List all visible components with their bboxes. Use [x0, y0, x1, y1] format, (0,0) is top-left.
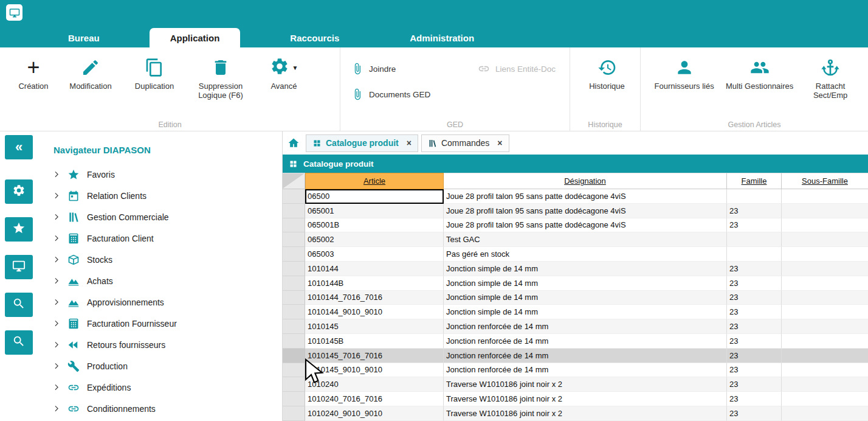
home-button[interactable]: [288, 137, 300, 149]
rattacht-sect-emp-button[interactable]: Rattacht Sect/Emp: [800, 55, 861, 100]
sidebar-item-favoris[interactable]: Favoris: [38, 164, 282, 185]
cell-article[interactable]: 065001B: [305, 218, 444, 233]
cell-designation[interactable]: Traverse W1010186 joint noir x 2: [444, 377, 727, 392]
cell-article[interactable]: 1010145B: [305, 334, 444, 349]
sidebar-item-stocks[interactable]: Stocks: [38, 249, 282, 270]
cell-designation[interactable]: Traverse W1010186 joint noir x 2: [444, 406, 727, 421]
cell-designation[interactable]: Jonction simple de 14 mm: [444, 291, 727, 305]
row-selector-cell[interactable]: [283, 276, 305, 291]
rail-desktop-button[interactable]: [5, 255, 33, 279]
cell-article[interactable]: 1010144_7016_7016: [305, 291, 444, 305]
row-selector-cell[interactable]: [283, 363, 305, 378]
cell-famille[interactable]: [727, 189, 782, 204]
column-header-article[interactable]: Article: [305, 173, 444, 189]
cell-famille[interactable]: 23: [727, 291, 782, 305]
cell-article[interactable]: 1010145_7016_7016: [305, 349, 444, 363]
cell-famille[interactable]: 23: [727, 334, 782, 349]
row-selector-cell[interactable]: [283, 247, 305, 262]
sidebar-item-retours-fournisseurs[interactable]: Retours fournisseurs: [38, 334, 282, 355]
row-selector-cell[interactable]: [283, 291, 305, 305]
cell-sous-famille[interactable]: [782, 392, 868, 406]
cell-designation[interactable]: Jonction renforcée de 14 mm: [444, 349, 727, 363]
cell-designation[interactable]: Test GAC: [444, 232, 727, 247]
cell-famille[interactable]: 23: [727, 276, 782, 291]
cell-designation[interactable]: Jonction simple de 14 mm: [444, 262, 727, 276]
cell-famille[interactable]: 23: [727, 319, 782, 334]
cell-designation[interactable]: Joue 28 profil talon 95 sans patte dodéc…: [444, 189, 727, 204]
cell-article[interactable]: 065001: [305, 204, 444, 218]
suppression-logique-button[interactable]: Suppression Logique (F6): [186, 55, 255, 100]
cell-famille[interactable]: 23: [727, 218, 782, 233]
column-header-famille[interactable]: Famille: [727, 173, 782, 189]
chevron-right-icon[interactable]: [52, 361, 63, 371]
chevron-right-icon[interactable]: [52, 404, 63, 413]
cell-sous-famille[interactable]: [782, 189, 868, 204]
sidebar-item-gestion-commerciale[interactable]: Gestion Commerciale: [38, 206, 282, 228]
chevron-right-icon[interactable]: [52, 383, 63, 392]
tab-commandes[interactable]: Commandes ×: [421, 134, 509, 152]
sidebar-item-conditionnements[interactable]: Conditionnements: [38, 398, 282, 419]
sidebar-item-production[interactable]: Production: [38, 355, 282, 377]
ribbon-tab-bureau[interactable]: Bureau: [47, 28, 120, 47]
close-icon[interactable]: ×: [407, 139, 412, 147]
duplication-button[interactable]: Duplication: [125, 55, 184, 91]
ribbon-tab-application[interactable]: Application: [150, 28, 241, 47]
cell-famille[interactable]: [727, 232, 782, 247]
cell-designation[interactable]: Traverse W1010186 joint noir x 2: [444, 392, 727, 406]
cell-famille[interactable]: 23: [727, 349, 782, 363]
cell-article[interactable]: 1010145: [305, 319, 444, 334]
cell-article[interactable]: 1010240_7016_7016: [305, 392, 444, 406]
cell-designation[interactable]: Pas géré en stock: [444, 247, 727, 262]
creation-button[interactable]: + Création: [11, 55, 56, 91]
ribbon-tab-raccourcis[interactable]: Raccourcis: [269, 28, 360, 47]
chevron-right-icon[interactable]: [52, 170, 63, 179]
cell-sous-famille[interactable]: [782, 377, 868, 392]
multi-gestionnaires-button[interactable]: Multi Gestionnaires: [722, 55, 797, 91]
rail-favorites-button[interactable]: [5, 217, 33, 242]
row-selector-cell[interactable]: [283, 305, 305, 319]
chevron-right-icon[interactable]: [52, 234, 63, 243]
cell-article[interactable]: 1010144_9010_9010: [305, 305, 444, 319]
ribbon-tab-administration[interactable]: Administration: [389, 28, 495, 47]
cell-article[interactable]: 1010144: [305, 262, 444, 276]
cell-famille[interactable]: [727, 247, 782, 262]
cell-article[interactable]: 1010240: [305, 377, 444, 392]
cell-designation[interactable]: Jonction simple de 14 mm: [444, 305, 727, 319]
cell-sous-famille[interactable]: [782, 276, 868, 291]
row-selector-cell[interactable]: [283, 319, 305, 334]
cell-famille[interactable]: 23: [727, 363, 782, 378]
cell-famille[interactable]: 23: [727, 305, 782, 319]
cell-sous-famille[interactable]: [782, 232, 868, 247]
chevron-right-icon[interactable]: [52, 276, 63, 285]
cell-article[interactable]: 065002: [305, 232, 444, 247]
cell-sous-famille[interactable]: [782, 305, 868, 319]
chevron-right-icon[interactable]: [52, 255, 63, 264]
row-selector-cell[interactable]: [283, 406, 305, 421]
cell-famille[interactable]: 23: [727, 406, 782, 421]
row-selector-cell[interactable]: [283, 232, 305, 247]
row-selector-cell[interactable]: [283, 334, 305, 349]
cell-sous-famille[interactable]: [782, 349, 868, 363]
sidebar-item-facturation-client[interactable]: Facturation Client: [38, 228, 282, 249]
joindre-button[interactable]: Joindre: [351, 60, 478, 78]
cell-designation[interactable]: Jonction simple de 14 mm: [444, 276, 727, 291]
row-selector-cell[interactable]: [283, 262, 305, 276]
cell-sous-famille[interactable]: [782, 247, 868, 262]
row-selector-cell[interactable]: [283, 377, 305, 392]
cell-sous-famille[interactable]: [782, 262, 868, 276]
cell-article[interactable]: 065003: [305, 247, 444, 262]
cell-famille[interactable]: 23: [727, 204, 782, 218]
cell-sous-famille[interactable]: [782, 204, 868, 218]
cell-sous-famille[interactable]: [782, 334, 868, 349]
cell-sous-famille[interactable]: [782, 363, 868, 378]
cell-famille[interactable]: 23: [727, 392, 782, 406]
close-icon[interactable]: ×: [497, 139, 502, 147]
cell-designation[interactable]: Jonction renforcée de 14 mm: [444, 319, 727, 334]
cell-article[interactable]: 06500: [305, 189, 444, 204]
row-selector-cell[interactable]: [283, 204, 305, 218]
rail-settings-button[interactable]: [5, 179, 33, 204]
rail-collapse-button[interactable]: «: [5, 135, 33, 159]
cell-article[interactable]: 1010240_9010_9010: [305, 406, 444, 421]
column-header-designation[interactable]: Désignation: [444, 173, 727, 189]
cell-sous-famille[interactable]: [782, 218, 868, 233]
